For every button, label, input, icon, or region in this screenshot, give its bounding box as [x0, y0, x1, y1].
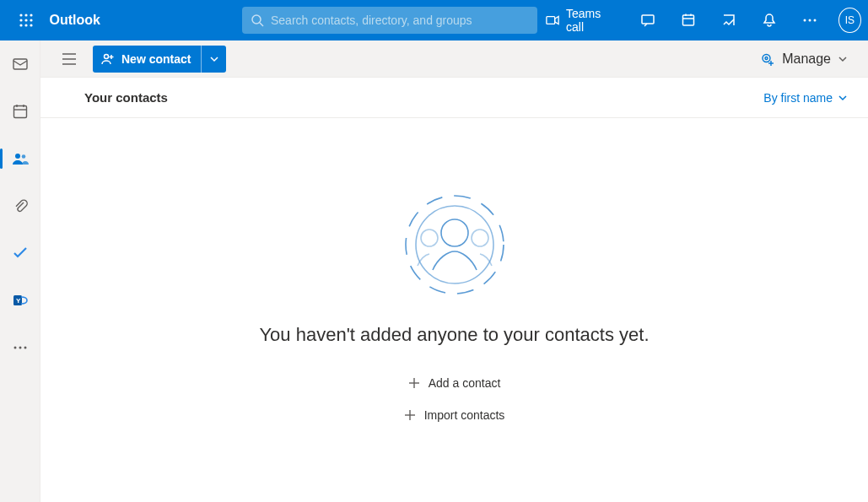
manage-label: Manage	[782, 51, 831, 67]
gear-add-icon	[760, 51, 775, 67]
left-rail: Y	[0, 40, 40, 502]
import-contacts-label: Import contacts	[424, 408, 505, 422]
chevron-down-icon	[209, 54, 219, 64]
svg-point-18	[808, 19, 811, 22]
svg-point-39	[765, 57, 768, 59]
search-icon	[251, 13, 264, 27]
svg-rect-11	[547, 17, 555, 24]
svg-point-45	[421, 229, 438, 246]
manage-button[interactable]: Manage	[753, 46, 855, 72]
svg-point-2	[30, 13, 33, 16]
svg-rect-12	[642, 15, 654, 24]
svg-point-1	[25, 13, 28, 16]
new-contact-label: New contact	[121, 52, 191, 66]
svg-point-46	[472, 229, 488, 246]
content-area: New contact Manage	[40, 40, 868, 502]
svg-point-0	[20, 13, 23, 16]
svg-rect-20	[13, 59, 27, 69]
sub-header: Your contacts By first name	[40, 78, 868, 118]
svg-point-7	[25, 24, 28, 26]
svg-point-9	[252, 15, 261, 24]
svg-point-30	[19, 347, 21, 349]
svg-point-25	[15, 154, 20, 159]
plus-icon	[408, 377, 420, 389]
svg-point-38	[763, 54, 770, 62]
rail-calendar[interactable]	[0, 98, 40, 125]
my-day-icon	[681, 13, 696, 28]
search-placeholder: Search contacts, directory, and groups	[271, 13, 472, 27]
svg-point-4	[25, 19, 28, 21]
svg-point-43	[416, 206, 493, 283]
rail-yammer[interactable]: Y	[0, 287, 40, 314]
command-bar: New contact Manage	[40, 40, 868, 78]
rail-mail[interactable]	[0, 51, 40, 78]
add-contact-label: Add a contact	[429, 376, 501, 390]
more-horizontal-icon	[802, 13, 817, 28]
svg-point-44	[441, 219, 468, 246]
rail-more[interactable]	[0, 334, 40, 361]
svg-point-8	[30, 24, 33, 26]
svg-point-35	[105, 54, 109, 58]
more-button[interactable]	[793, 0, 827, 40]
avatar-initials: IS	[845, 14, 855, 26]
notifications-button[interactable]	[752, 0, 786, 40]
header-actions: Teams call IS	[537, 0, 861, 40]
add-contact-icon	[101, 52, 115, 66]
tips-icon	[721, 13, 736, 28]
plus-icon	[404, 409, 416, 421]
svg-point-19	[813, 19, 816, 22]
empty-heading: You haven't added anyone to your contact…	[259, 324, 649, 346]
empty-contacts-illustration	[396, 186, 514, 304]
tips-button[interactable]	[712, 0, 746, 40]
svg-line-10	[260, 23, 263, 26]
app-header: Outlook Search contacts, directory, and …	[0, 0, 868, 40]
waffle-icon	[19, 13, 33, 27]
attachment-icon	[12, 197, 29, 214]
add-contact-link[interactable]: Add a contact	[408, 371, 501, 395]
chevron-down-icon	[838, 54, 848, 64]
svg-point-6	[20, 24, 23, 26]
rail-people[interactable]	[0, 145, 40, 172]
svg-point-31	[24, 347, 26, 349]
mail-icon	[12, 56, 29, 73]
chevron-down-icon	[838, 93, 848, 103]
todo-icon	[12, 245, 29, 262]
search-box[interactable]: Search contacts, directory, and groups	[242, 7, 537, 34]
svg-rect-13	[682, 15, 693, 25]
sidebar-toggle-button[interactable]	[54, 44, 84, 74]
svg-point-17	[803, 19, 806, 22]
svg-text:Y: Y	[16, 297, 21, 305]
page-title: Your contacts	[84, 90, 168, 105]
yammer-icon: Y	[12, 292, 29, 309]
people-icon	[12, 150, 29, 167]
svg-point-3	[20, 19, 23, 21]
empty-state: You haven't added anyone to your contact…	[40, 118, 868, 502]
bell-icon	[762, 13, 777, 28]
svg-point-29	[13, 347, 16, 349]
new-contact-dropdown[interactable]	[201, 46, 226, 73]
sort-button[interactable]: By first name	[763, 91, 851, 105]
import-contacts-link[interactable]: Import contacts	[404, 403, 505, 427]
svg-rect-21	[13, 106, 26, 118]
chat-icon	[640, 13, 655, 28]
svg-point-42	[406, 196, 504, 294]
rail-todo[interactable]	[0, 240, 40, 267]
calendar-button[interactable]	[671, 0, 705, 40]
app-title[interactable]: Outlook	[50, 13, 100, 28]
svg-point-26	[21, 154, 25, 159]
hamburger-icon	[62, 53, 77, 65]
more-horizontal-icon	[12, 339, 29, 356]
svg-point-5	[30, 19, 33, 21]
app-launcher-button[interactable]	[7, 0, 46, 40]
teams-call-label: Teams call	[566, 7, 616, 34]
sort-label: By first name	[763, 91, 833, 105]
teams-call-button[interactable]: Teams call	[537, 0, 624, 40]
calendar-icon	[12, 103, 29, 120]
new-contact-button[interactable]: New contact	[93, 46, 201, 73]
video-icon	[546, 14, 559, 26]
new-contact-split-button[interactable]: New contact	[93, 46, 226, 73]
account-avatar[interactable]: IS	[838, 8, 861, 33]
chat-button[interactable]	[631, 0, 665, 40]
rail-files[interactable]	[0, 192, 40, 219]
